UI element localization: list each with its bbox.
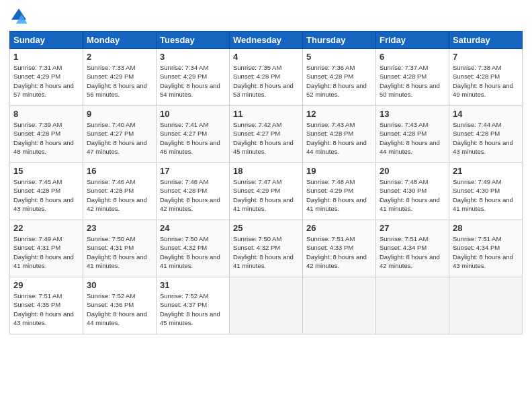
sunset-label: Sunset: 4:30 PM xyxy=(453,187,500,194)
sunset-label: Sunset: 4:28 PM xyxy=(87,187,134,194)
daylight-label: Daylight: 8 hours and 41 minutes. xyxy=(306,196,367,212)
calendar-cell: 31 Sunrise: 7:52 AM Sunset: 4:37 PM Dayl… xyxy=(157,277,230,334)
calendar-week-4: 22 Sunrise: 7:49 AM Sunset: 4:31 PM Dayl… xyxy=(10,220,523,277)
daylight-label: Daylight: 8 hours and 41 minutes. xyxy=(87,253,147,269)
daylight-label: Daylight: 8 hours and 49 minutes. xyxy=(453,82,513,98)
sunrise-label: Sunrise: 7:44 AM xyxy=(453,121,501,128)
day-number: 10 xyxy=(160,109,226,119)
sunset-label: Sunset: 4:32 PM xyxy=(160,244,207,251)
daylight-label: Daylight: 8 hours and 45 minutes. xyxy=(160,310,220,326)
weekday-header-friday: Friday xyxy=(376,32,449,49)
calendar-week-5: 29 Sunrise: 7:51 AM Sunset: 4:35 PM Dayl… xyxy=(10,277,523,334)
day-info: Sunrise: 7:50 AM Sunset: 4:32 PM Dayligh… xyxy=(160,234,226,270)
day-info: Sunrise: 7:40 AM Sunset: 4:27 PM Dayligh… xyxy=(87,120,152,156)
calendar-header-row: SundayMondayTuesdayWednesdayThursdayFrid… xyxy=(10,32,523,49)
daylight-label: Daylight: 8 hours and 44 minutes. xyxy=(306,139,367,155)
sunrise-label: Sunrise: 7:48 AM xyxy=(306,178,355,185)
calendar-cell: 11 Sunrise: 7:42 AM Sunset: 4:27 PM Dayl… xyxy=(230,106,303,163)
daylight-label: Daylight: 8 hours and 41 minutes. xyxy=(233,253,294,269)
calendar-week-2: 8 Sunrise: 7:39 AM Sunset: 4:28 PM Dayli… xyxy=(10,106,523,163)
weekday-header-wednesday: Wednesday xyxy=(230,32,303,49)
day-number: 18 xyxy=(233,166,299,176)
day-info: Sunrise: 7:52 AM Sunset: 4:37 PM Dayligh… xyxy=(160,291,226,327)
day-number: 6 xyxy=(380,52,445,62)
calendar-cell: 7 Sunrise: 7:38 AM Sunset: 4:28 PM Dayli… xyxy=(449,49,523,106)
sunset-label: Sunset: 4:27 PM xyxy=(160,130,207,137)
day-number: 20 xyxy=(380,166,445,176)
sunrise-label: Sunrise: 7:43 AM xyxy=(306,121,355,128)
day-number: 15 xyxy=(13,166,79,176)
calendar-cell: 8 Sunrise: 7:39 AM Sunset: 4:28 PM Dayli… xyxy=(10,106,83,163)
sunset-label: Sunset: 4:28 PM xyxy=(453,130,500,137)
sunset-label: Sunset: 4:31 PM xyxy=(13,244,60,251)
day-info: Sunrise: 7:45 AM Sunset: 4:28 PM Dayligh… xyxy=(13,177,79,213)
day-number: 9 xyxy=(87,109,152,119)
sunrise-label: Sunrise: 7:49 AM xyxy=(453,178,501,185)
calendar-cell: 9 Sunrise: 7:40 AM Sunset: 4:27 PM Dayli… xyxy=(83,106,157,163)
sunset-label: Sunset: 4:27 PM xyxy=(87,130,134,137)
sunset-label: Sunset: 4:28 PM xyxy=(453,73,500,80)
daylight-label: Daylight: 8 hours and 46 minutes. xyxy=(160,139,220,155)
day-number: 24 xyxy=(160,223,226,233)
sunset-label: Sunset: 4:32 PM xyxy=(233,244,280,251)
sunrise-label: Sunrise: 7:42 AM xyxy=(233,121,281,128)
daylight-label: Daylight: 8 hours and 42 minutes. xyxy=(306,253,367,269)
calendar-cell: 6 Sunrise: 7:37 AM Sunset: 4:28 PM Dayli… xyxy=(376,49,449,106)
sunrise-label: Sunrise: 7:49 AM xyxy=(13,235,62,242)
day-number: 8 xyxy=(13,109,79,119)
sunrise-label: Sunrise: 7:47 AM xyxy=(233,178,281,185)
sunrise-label: Sunrise: 7:46 AM xyxy=(160,178,208,185)
daylight-label: Daylight: 8 hours and 45 minutes. xyxy=(233,139,294,155)
calendar-cell: 10 Sunrise: 7:41 AM Sunset: 4:27 PM Dayl… xyxy=(157,106,230,163)
calendar-cell: 28 Sunrise: 7:51 AM Sunset: 4:34 PM Dayl… xyxy=(449,220,523,277)
day-number: 12 xyxy=(306,109,372,119)
calendar-cell: 18 Sunrise: 7:47 AM Sunset: 4:29 PM Dayl… xyxy=(230,163,303,220)
sunrise-label: Sunrise: 7:50 AM xyxy=(233,235,281,242)
daylight-label: Daylight: 8 hours and 41 minutes. xyxy=(13,253,74,269)
sunrise-label: Sunrise: 7:51 AM xyxy=(453,235,501,242)
day-number: 27 xyxy=(380,223,445,233)
daylight-label: Daylight: 8 hours and 54 minutes. xyxy=(160,82,220,98)
weekday-header-sunday: Sunday xyxy=(10,32,83,49)
day-info: Sunrise: 7:42 AM Sunset: 4:27 PM Dayligh… xyxy=(233,120,299,156)
calendar-cell: 29 Sunrise: 7:51 AM Sunset: 4:35 PM Dayl… xyxy=(10,277,83,334)
calendar-body: 1 Sunrise: 7:31 AM Sunset: 4:29 PM Dayli… xyxy=(10,49,523,334)
day-info: Sunrise: 7:51 AM Sunset: 4:35 PM Dayligh… xyxy=(13,291,79,327)
calendar-cell: 4 Sunrise: 7:35 AM Sunset: 4:28 PM Dayli… xyxy=(230,49,303,106)
calendar-week-1: 1 Sunrise: 7:31 AM Sunset: 4:29 PM Dayli… xyxy=(10,49,523,106)
day-number: 11 xyxy=(233,109,299,119)
day-number: 29 xyxy=(13,280,79,290)
sunset-label: Sunset: 4:29 PM xyxy=(160,73,207,80)
sunset-label: Sunset: 4:28 PM xyxy=(13,187,60,194)
sunrise-label: Sunrise: 7:43 AM xyxy=(380,121,428,128)
daylight-label: Daylight: 8 hours and 47 minutes. xyxy=(87,139,147,155)
day-number: 30 xyxy=(87,280,152,290)
day-info: Sunrise: 7:51 AM Sunset: 4:33 PM Dayligh… xyxy=(306,234,372,270)
sunrise-label: Sunrise: 7:31 AM xyxy=(13,64,62,71)
day-info: Sunrise: 7:50 AM Sunset: 4:32 PM Dayligh… xyxy=(233,234,299,270)
weekday-header-saturday: Saturday xyxy=(449,32,523,49)
calendar-cell: 19 Sunrise: 7:48 AM Sunset: 4:29 PM Dayl… xyxy=(303,163,376,220)
calendar-cell: 30 Sunrise: 7:52 AM Sunset: 4:36 PM Dayl… xyxy=(83,277,157,334)
sunrise-label: Sunrise: 7:51 AM xyxy=(306,235,355,242)
calendar-cell xyxy=(449,277,523,334)
calendar-week-3: 15 Sunrise: 7:45 AM Sunset: 4:28 PM Dayl… xyxy=(10,163,523,220)
day-number: 16 xyxy=(87,166,152,176)
sunset-label: Sunset: 4:36 PM xyxy=(87,301,134,308)
daylight-label: Daylight: 8 hours and 41 minutes. xyxy=(233,196,294,212)
daylight-label: Daylight: 8 hours and 43 minutes. xyxy=(453,253,513,269)
sunset-label: Sunset: 4:29 PM xyxy=(233,187,280,194)
daylight-label: Daylight: 8 hours and 43 minutes. xyxy=(453,139,513,155)
day-info: Sunrise: 7:34 AM Sunset: 4:29 PM Dayligh… xyxy=(160,63,226,99)
day-number: 14 xyxy=(453,109,519,119)
day-info: Sunrise: 7:51 AM Sunset: 4:34 PM Dayligh… xyxy=(453,234,519,270)
sunset-label: Sunset: 4:29 PM xyxy=(87,73,134,80)
calendar-cell: 5 Sunrise: 7:36 AM Sunset: 4:28 PM Dayli… xyxy=(303,49,376,106)
day-number: 2 xyxy=(87,52,152,62)
sunrise-label: Sunrise: 7:34 AM xyxy=(160,64,208,71)
sunset-label: Sunset: 4:34 PM xyxy=(380,244,427,251)
day-info: Sunrise: 7:44 AM Sunset: 4:28 PM Dayligh… xyxy=(453,120,519,156)
day-number: 5 xyxy=(306,52,372,62)
day-info: Sunrise: 7:39 AM Sunset: 4:28 PM Dayligh… xyxy=(13,120,79,156)
calendar-table: SundayMondayTuesdayWednesdayThursdayFrid… xyxy=(9,31,523,334)
